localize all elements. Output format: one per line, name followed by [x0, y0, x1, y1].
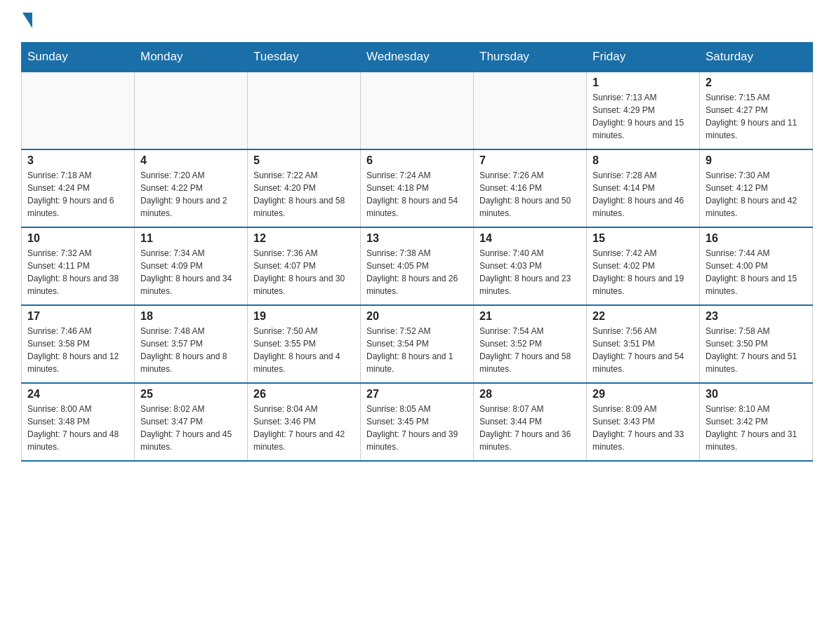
day-number: 19: [253, 310, 355, 323]
day-number: 2: [706, 76, 807, 89]
calendar-cell: 19Sunrise: 7:50 AMSunset: 3:55 PMDayligh…: [248, 305, 361, 383]
day-number: 15: [593, 232, 694, 245]
calendar-cell: 11Sunrise: 7:34 AMSunset: 4:09 PMDayligh…: [135, 227, 248, 305]
calendar-cell: 15Sunrise: 7:42 AMSunset: 4:02 PMDayligh…: [587, 227, 700, 305]
calendar-cell: 10Sunrise: 7:32 AMSunset: 4:11 PMDayligh…: [22, 227, 135, 305]
calendar-cell: 2Sunrise: 7:15 AMSunset: 4:27 PMDaylight…: [700, 72, 813, 149]
day-info: Sunrise: 7:58 AMSunset: 3:50 PMDaylight:…: [706, 325, 807, 375]
day-info: Sunrise: 7:32 AMSunset: 4:11 PMDaylight:…: [27, 247, 128, 297]
calendar-table: SundayMondayTuesdayWednesdayThursdayFrid…: [21, 42, 813, 462]
day-number: 30: [706, 388, 807, 401]
logo-triangle-icon: [22, 13, 32, 28]
calendar-cell: 22Sunrise: 7:56 AMSunset: 3:51 PMDayligh…: [587, 305, 700, 383]
calendar-cell: 5Sunrise: 7:22 AMSunset: 4:20 PMDaylight…: [248, 149, 361, 227]
day-info: Sunrise: 7:24 AMSunset: 4:18 PMDaylight:…: [366, 169, 468, 220]
day-info: Sunrise: 7:34 AMSunset: 4:09 PMDaylight:…: [140, 247, 241, 297]
day-info: Sunrise: 7:54 AMSunset: 3:52 PMDaylight:…: [479, 325, 581, 375]
calendar-header-row: SundayMondayTuesdayWednesdayThursdayFrid…: [22, 43, 813, 72]
day-info: Sunrise: 8:09 AMSunset: 3:43 PMDaylight:…: [593, 403, 694, 453]
day-number: 23: [706, 310, 807, 323]
day-number: 27: [366, 388, 468, 401]
day-number: 21: [479, 310, 581, 323]
day-info: Sunrise: 7:48 AMSunset: 3:57 PMDaylight:…: [140, 325, 241, 375]
day-info: Sunrise: 7:42 AMSunset: 4:02 PMDaylight:…: [593, 247, 694, 297]
day-header-saturday: Saturday: [700, 43, 813, 72]
day-info: Sunrise: 7:20 AMSunset: 4:22 PMDaylight:…: [140, 169, 241, 220]
day-info: Sunrise: 7:28 AMSunset: 4:14 PMDaylight:…: [593, 169, 694, 220]
calendar-week-row: 17Sunrise: 7:46 AMSunset: 3:58 PMDayligh…: [22, 305, 813, 383]
calendar-cell: 12Sunrise: 7:36 AMSunset: 4:07 PMDayligh…: [248, 227, 361, 305]
day-number: 28: [479, 388, 581, 401]
page-header: [21, 14, 813, 28]
day-header-sunday: Sunday: [22, 43, 135, 72]
calendar-cell: [361, 72, 474, 149]
day-number: 4: [140, 154, 241, 167]
calendar-cell: 18Sunrise: 7:48 AMSunset: 3:57 PMDayligh…: [135, 305, 248, 383]
day-number: 11: [140, 232, 241, 245]
logo: [21, 14, 32, 28]
calendar-cell: 17Sunrise: 7:46 AMSunset: 3:58 PMDayligh…: [22, 305, 135, 383]
calendar-cell: 21Sunrise: 7:54 AMSunset: 3:52 PMDayligh…: [474, 305, 587, 383]
calendar-cell: 26Sunrise: 8:04 AMSunset: 3:46 PMDayligh…: [248, 383, 361, 461]
day-info: Sunrise: 7:56 AMSunset: 3:51 PMDaylight:…: [593, 325, 694, 375]
day-info: Sunrise: 8:02 AMSunset: 3:47 PMDaylight:…: [140, 403, 241, 453]
day-number: 22: [593, 310, 694, 323]
day-number: 8: [593, 154, 694, 167]
day-info: Sunrise: 7:52 AMSunset: 3:54 PMDaylight:…: [366, 325, 468, 375]
day-header-thursday: Thursday: [474, 43, 587, 72]
day-number: 26: [253, 388, 355, 401]
calendar-cell: 16Sunrise: 7:44 AMSunset: 4:00 PMDayligh…: [700, 227, 813, 305]
day-info: Sunrise: 8:04 AMSunset: 3:46 PMDaylight:…: [253, 403, 355, 453]
day-number: 17: [27, 310, 128, 323]
day-info: Sunrise: 8:00 AMSunset: 3:48 PMDaylight:…: [27, 403, 128, 453]
calendar-week-row: 3Sunrise: 7:18 AMSunset: 4:24 PMDaylight…: [22, 149, 813, 227]
calendar-cell: 25Sunrise: 8:02 AMSunset: 3:47 PMDayligh…: [135, 383, 248, 461]
calendar-cell: 1Sunrise: 7:13 AMSunset: 4:29 PMDaylight…: [587, 72, 700, 149]
calendar-cell: 14Sunrise: 7:40 AMSunset: 4:03 PMDayligh…: [474, 227, 587, 305]
calendar-cell: 28Sunrise: 8:07 AMSunset: 3:44 PMDayligh…: [474, 383, 587, 461]
calendar-cell: 3Sunrise: 7:18 AMSunset: 4:24 PMDaylight…: [22, 149, 135, 227]
day-number: 14: [479, 232, 581, 245]
day-number: 12: [253, 232, 355, 245]
day-number: 3: [27, 154, 128, 167]
day-number: 18: [140, 310, 241, 323]
day-info: Sunrise: 7:50 AMSunset: 3:55 PMDaylight:…: [253, 325, 355, 375]
calendar-cell: 27Sunrise: 8:05 AMSunset: 3:45 PMDayligh…: [361, 383, 474, 461]
day-number: 1: [593, 76, 694, 89]
day-info: Sunrise: 7:15 AMSunset: 4:27 PMDaylight:…: [706, 91, 807, 142]
calendar-cell: 6Sunrise: 7:24 AMSunset: 4:18 PMDaylight…: [361, 149, 474, 227]
day-info: Sunrise: 7:36 AMSunset: 4:07 PMDaylight:…: [253, 247, 355, 297]
calendar-cell: 24Sunrise: 8:00 AMSunset: 3:48 PMDayligh…: [22, 383, 135, 461]
day-info: Sunrise: 7:38 AMSunset: 4:05 PMDaylight:…: [366, 247, 468, 297]
day-info: Sunrise: 7:22 AMSunset: 4:20 PMDaylight:…: [253, 169, 355, 220]
day-info: Sunrise: 8:10 AMSunset: 3:42 PMDaylight:…: [706, 403, 807, 453]
day-number: 20: [366, 310, 468, 323]
day-header-friday: Friday: [587, 43, 700, 72]
day-header-monday: Monday: [135, 43, 248, 72]
day-number: 24: [27, 388, 128, 401]
day-number: 16: [706, 232, 807, 245]
day-number: 7: [479, 154, 581, 167]
calendar-cell: 9Sunrise: 7:30 AMSunset: 4:12 PMDaylight…: [700, 149, 813, 227]
calendar-cell: 8Sunrise: 7:28 AMSunset: 4:14 PMDaylight…: [587, 149, 700, 227]
day-number: 25: [140, 388, 241, 401]
calendar-cell: [22, 72, 135, 149]
day-number: 9: [706, 154, 807, 167]
day-info: Sunrise: 7:30 AMSunset: 4:12 PMDaylight:…: [706, 169, 807, 220]
calendar-cell: 20Sunrise: 7:52 AMSunset: 3:54 PMDayligh…: [361, 305, 474, 383]
day-info: Sunrise: 8:07 AMSunset: 3:44 PMDaylight:…: [479, 403, 581, 453]
calendar-week-row: 24Sunrise: 8:00 AMSunset: 3:48 PMDayligh…: [22, 383, 813, 461]
calendar-week-row: 1Sunrise: 7:13 AMSunset: 4:29 PMDaylight…: [22, 72, 813, 149]
calendar-cell: 23Sunrise: 7:58 AMSunset: 3:50 PMDayligh…: [700, 305, 813, 383]
calendar-cell: [135, 72, 248, 149]
day-number: 6: [366, 154, 468, 167]
day-info: Sunrise: 7:26 AMSunset: 4:16 PMDaylight:…: [479, 169, 581, 220]
calendar-cell: 4Sunrise: 7:20 AMSunset: 4:22 PMDaylight…: [135, 149, 248, 227]
calendar-cell: 13Sunrise: 7:38 AMSunset: 4:05 PMDayligh…: [361, 227, 474, 305]
day-info: Sunrise: 7:13 AMSunset: 4:29 PMDaylight:…: [593, 91, 694, 142]
day-header-tuesday: Tuesday: [248, 43, 361, 72]
day-info: Sunrise: 7:18 AMSunset: 4:24 PMDaylight:…: [27, 169, 128, 220]
calendar-cell: 29Sunrise: 8:09 AMSunset: 3:43 PMDayligh…: [587, 383, 700, 461]
day-info: Sunrise: 8:05 AMSunset: 3:45 PMDaylight:…: [366, 403, 468, 453]
day-number: 10: [27, 232, 128, 245]
